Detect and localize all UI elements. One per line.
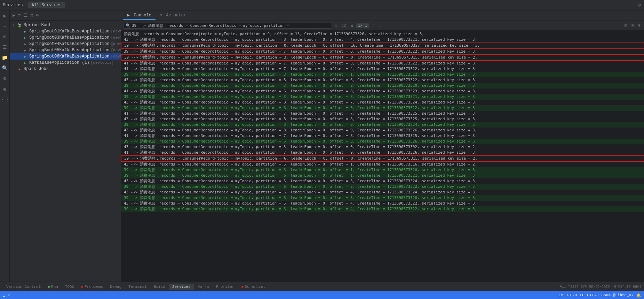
tree-item-app03[interactable]: ▶ SpringBoot03KafkaBaseApplication [devt… — [10, 34, 121, 41]
search-input[interactable] — [132, 23, 329, 28]
log-line: 43 --> 消费消息，records = ConsumerRecord(top… — [121, 190, 644, 195]
log-line: 39 --> 消费消息，records = ConsumerRecord(top… — [121, 173, 644, 178]
tab-actuator[interactable]: ⚙ Actuator — [156, 11, 190, 20]
problems-dot — [81, 286, 83, 288]
console-tab-icon: ▶ — [127, 13, 130, 18]
tab-run[interactable]: Run — [44, 284, 62, 290]
log-text: 41 --> 消费消息，records = ConsumerRecord(top… — [124, 61, 477, 66]
log-line: 41 --> 消费消息，records = ConsumerRecord(top… — [121, 89, 644, 94]
log-text: 41 --> 消费消息，records = ConsumerRecord(top… — [124, 89, 477, 94]
toolbar-list-icon[interactable]: ≡ — [17, 12, 22, 19]
toolbar-settings-icon[interactable]: ⚙ — [30, 12, 34, 19]
tree-item-app06[interactable]: ▶ SpringBoot06KafkaBaseApplication [devt… — [10, 53, 121, 60]
log-text: 39 --> 消费消息，records = ConsumerRecord(top… — [124, 94, 477, 100]
log-line: 39 --> 消费消息，records = ConsumerRecord(top… — [121, 105, 644, 111]
status-lf: LF — [580, 293, 584, 297]
sidebar-icon-run[interactable]: ▶ — [1, 12, 9, 20]
sidebar-icon-commit[interactable]: ≡ — [1, 22, 9, 30]
log-text: 43 --> 消费消息，records = ConsumerRecord(top… — [124, 37, 477, 43]
sidebar-icon-search[interactable]: 🔍 — [1, 64, 9, 72]
log-text: 39 --> 消费消息，records = ConsumerRecord(top… — [124, 122, 477, 128]
tree-item-suffix: [devtools] — [111, 42, 121, 46]
sidebar-icons: ▶ ≡ ⊞ ☰ 📁 🔍 ⚙ ◉ ⋮⋮ — [0, 10, 10, 282]
tab-sonarlint[interactable]: SonarLint — [238, 284, 269, 290]
tree-item-app04[interactable]: ▶ SpringBoot04KafkaBaseApplication [devt… — [10, 41, 121, 47]
log-text: 39 --> 消费消息，records = ConsumerRecord(top… — [124, 206, 477, 212]
tab-todo-label: TODO — [65, 285, 74, 289]
sidebar-icon-circle[interactable]: ◉ — [1, 85, 9, 93]
log-line: 39 --> 消费消息，records = ConsumerRecord(top… — [121, 54, 644, 61]
word-btn[interactable]: W — [349, 23, 355, 29]
sidebar-icon-settings[interactable]: ⚙ — [1, 75, 9, 82]
project-panel: ▶ ≡ ☰ ⚙ ⊕ ▾ 🍃 Spring Boot ▶ SpringBoot01… — [10, 10, 121, 282]
tab-version-control[interactable]: Version Control — [3, 284, 44, 290]
log-line: 43 --> 消费消息，records = ConsumerRecord(top… — [121, 162, 644, 167]
tree-item-kafka-base[interactable]: ▶ KafkaBaseApplication (1) [devtools] — [10, 60, 121, 66]
tab-kafka-label: Kafka — [198, 285, 209, 289]
tree-item-app01[interactable]: ▶ SpringBoot01KafkaBaseApplication [devt… — [10, 28, 121, 34]
status-text: All files are up-to-date (a minute ago) — [560, 285, 641, 289]
services-label: Services: — [3, 3, 25, 8]
toolbar-filter-icon[interactable]: ☰ — [23, 12, 29, 19]
log-line: 43 --> 消费消息，records = ConsumerRecord(top… — [121, 201, 644, 206]
sidebar-icon-files[interactable]: 📁 — [1, 54, 9, 61]
tab-vc-label: Version Control — [6, 285, 41, 289]
settings-icon[interactable]: ⚙ — [638, 2, 641, 8]
log-line: 43 --> 消费消息，records = ConsumerRecord(top… — [121, 178, 644, 184]
log-line: 41 --> 消费消息，records = ConsumerRecord(top… — [121, 150, 644, 155]
toolbar-play-icon[interactable]: ▶ — [12, 12, 16, 19]
log-text: 39 --> 消费消息，records = ConsumerRecord(top… — [124, 55, 477, 60]
nav-up-btn[interactable]: ↑ — [371, 23, 376, 29]
log-line: 41 --> 消费消息，records = ConsumerRecord(top… — [121, 133, 644, 139]
tab-todo[interactable]: TODO — [62, 284, 78, 290]
tab-terminal[interactable]: Terminal — [125, 284, 150, 290]
tab-debug[interactable]: Debug — [106, 284, 125, 290]
filter-btn[interactable]: ▼ — [637, 23, 642, 29]
console-search[interactable]: 🔍 — [123, 23, 332, 29]
log-text: 41 --> 消费消息，records = ConsumerRecord(top… — [124, 133, 477, 139]
right-content: ▶ Console ⚙ Actuator 🔍 ✕ Cc W 1/41 ↑ ↓ ▤… — [121, 10, 644, 282]
tree-item-app05[interactable]: ▶ SpringBoot05KafkaBaseApplication [devt… — [10, 47, 121, 53]
tab-build-label: Build — [154, 285, 165, 289]
tab-kafka[interactable]: Kafka — [194, 284, 213, 290]
close-search-btn[interactable]: ✕ — [333, 22, 339, 29]
bottom-tabs: Version Control Run TODO Problems Debug … — [3, 284, 269, 290]
log-text: 43 --> 消费消息，records = ConsumerRecord(top… — [124, 190, 477, 195]
tree-item-spring-boot-root[interactable]: ▾ 🍃 Spring Boot — [10, 22, 121, 28]
bottom-bar: Version Control Run TODO Problems Debug … — [0, 282, 644, 291]
log-text: 43 --> 消费消息，records = ConsumerRecord(top… — [124, 144, 477, 150]
log-text: 43 --> 消费消息，records = ConsumerRecord(top… — [124, 201, 477, 206]
tree-item-label: SpringBoot05KafkaBaseApplication — [29, 48, 109, 53]
tree-item-label: Spark Jobs — [24, 67, 49, 71]
sidebar-icon-grid[interactable]: ⋮⋮ — [1, 95, 9, 103]
actuator-tab-icon: ⚙ — [160, 13, 162, 18]
nav-down-btn[interactable]: ↓ — [377, 23, 382, 29]
tab-run-label: Run — [51, 285, 58, 289]
all-services-tab[interactable]: All Services — [28, 2, 65, 8]
case-sensitive-btn[interactable]: Cc — [340, 23, 348, 29]
status-bar: ☁ ✓ 15 UTF-8 LF UTF-8 CSDN @Libra_97 🔔 — [0, 291, 644, 299]
tree-item-label: SpringBoot06KafkaBaseApplication — [29, 54, 109, 59]
tab-services[interactable]: Services — [169, 284, 194, 290]
spring-icon: 🍃 — [17, 22, 22, 28]
tab-problems[interactable]: Problems — [78, 284, 106, 290]
tree-item-suffix: [devtools] — [111, 36, 121, 40]
sidebar-icon-structure[interactable]: ⊞ — [1, 33, 9, 40]
log-line: 39 --> 消费消息，records = ConsumerRecord(top… — [121, 122, 644, 128]
run-icon: ▶ — [22, 29, 28, 34]
actuator-tab-label: Actuator — [166, 13, 186, 18]
wrap-btn[interactable]: ▤ — [623, 22, 628, 29]
lines-btn[interactable]: ≡ — [630, 23, 635, 29]
console-tab-label: Console — [134, 13, 151, 18]
tab-build[interactable]: Build — [150, 284, 169, 290]
tab-console[interactable]: ▶ Console — [123, 11, 156, 20]
toolbar-add-icon[interactable]: ⊕ — [35, 12, 39, 19]
tree-item-spark-jobs[interactable]: ✦ Spark Jobs — [10, 66, 121, 72]
status-line-col: 15 UTF-8 — [559, 293, 577, 297]
sidebar-icon-menu[interactable]: ☰ — [1, 43, 9, 51]
log-line: 41 --> 消费消息，records = ConsumerRecord(top… — [121, 111, 644, 116]
tree-item-suffix: [devtools] — [91, 61, 114, 65]
tab-profiler[interactable]: Profiler — [213, 284, 238, 290]
console-output[interactable]: 消费消息，records = ConsumerRecord(topic = my… — [121, 31, 644, 282]
console-tabs: ▶ Console ⚙ Actuator — [121, 10, 644, 21]
